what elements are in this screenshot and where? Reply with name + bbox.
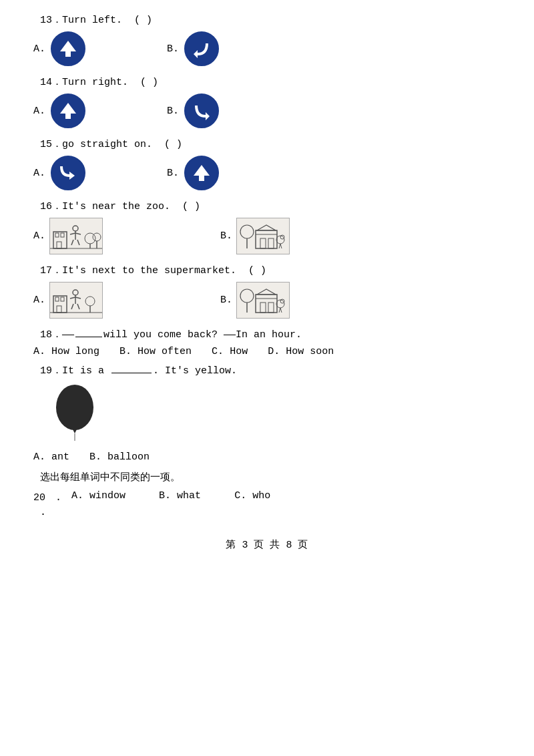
q20-option-c[interactable]: C. who <box>234 490 270 502</box>
q16-text: 16．It's near the zoo. ( ) <box>40 200 507 212</box>
arrow-back-left-icon <box>57 162 79 184</box>
q19-balloon-area <box>53 382 507 445</box>
q19-label-b: B. <box>89 451 101 463</box>
q18-blank <box>75 337 102 337</box>
q17-text: 17．It's next to the supermarket. ( ) <box>40 264 507 276</box>
svg-point-57 <box>56 385 93 430</box>
q13-label: Turn left. <box>62 15 122 26</box>
q13-option-b[interactable]: B. <box>167 31 300 66</box>
q14-text: 14．Turn right. ( ) <box>40 75 507 88</box>
q20-dot: . <box>55 492 61 504</box>
page-footer: 第 3 页 共 8 页 <box>27 538 507 551</box>
q19-option-a[interactable]: A. ant <box>33 451 69 463</box>
q16-label-a: A. <box>33 230 45 242</box>
q20-option-b[interactable]: B. what <box>159 490 201 502</box>
q18-content: ——will you come back? ——In an hour. <box>62 329 302 341</box>
question-14: 14．Turn right. ( ) A. B. <box>27 75 507 128</box>
q14-label-a: A. <box>33 106 45 117</box>
arrow-up-icon <box>57 38 79 59</box>
q19-label-a: A. <box>33 451 45 463</box>
arrow-up-icon-3 <box>191 162 212 184</box>
q20-row: 20 . A. window B. what C. who <box>33 489 507 507</box>
q18-option-d[interactable]: D. How soon <box>268 346 334 357</box>
q18-value-c: How <box>230 346 248 357</box>
q20-value-a: window <box>89 490 125 502</box>
q19-option-b[interactable]: B. balloon <box>89 451 150 463</box>
q15-sign-a <box>51 156 85 190</box>
q13-text: 13．Turn left. ( ) <box>40 13 507 26</box>
question-19: 19．It is a . It's yellow. A. ant B. ball… <box>27 364 507 463</box>
q15-label-b: B. <box>167 168 179 179</box>
q19-content: It is a . It's yellow. <box>62 365 237 377</box>
question-18: 18．——will you come back? ——In an hour. A… <box>27 328 507 357</box>
street-scene-svg <box>50 218 102 254</box>
balloon-svg <box>53 382 97 442</box>
q15-options: A. B. <box>33 156 507 190</box>
q18-options-row: A. How long B. How often C. How D. How s… <box>33 346 507 357</box>
q20-period: . <box>40 507 507 518</box>
q18-value-d: How soon <box>286 346 334 357</box>
q14-options: A. B. <box>33 93 507 128</box>
question-20: 20 . A. window B. what C. who . <box>27 489 507 518</box>
q16-option-b[interactable]: B. <box>220 218 407 254</box>
q15-label-a: A. <box>33 168 45 179</box>
q13-num: 13 <box>40 15 52 26</box>
q14-label-b: B. <box>167 106 179 117</box>
q15-option-a[interactable]: A. <box>33 156 167 190</box>
arrow-right-curve-icon <box>191 100 212 122</box>
q13-paren: ( ) <box>134 15 152 26</box>
q13-label-a: A. <box>33 43 45 55</box>
q15-label: go straight on. <box>62 139 152 150</box>
q18-option-b[interactable]: B. How often <box>119 346 192 357</box>
q18-option-c[interactable]: C. How <box>212 346 248 357</box>
q17-options: A. <box>33 282 507 319</box>
question-16: 16．It's near the zoo. ( ) A. <box>27 200 507 254</box>
q14-option-b[interactable]: B. <box>167 93 300 128</box>
q13-sign-a <box>51 31 85 66</box>
svg-marker-58 <box>73 429 77 433</box>
q18-option-a[interactable]: A. How long <box>33 346 99 357</box>
market-scene-svg <box>237 282 289 318</box>
zoo-scene-svg <box>237 218 289 254</box>
q18-label-d: D. <box>268 346 280 357</box>
q14-num: 14 <box>40 77 52 88</box>
q14-label: Turn right. <box>62 77 128 88</box>
q18-label-a: A. <box>33 346 45 357</box>
q19-value-a: ant <box>51 451 69 463</box>
q17-num: 17 <box>40 265 52 276</box>
q17-image-a <box>49 282 103 319</box>
q15-num: 15 <box>40 139 52 150</box>
question-17: 17．It's next to the supermarket. ( ) A. <box>27 264 507 319</box>
q13-sign-b <box>184 31 219 66</box>
svg-marker-0 <box>60 41 76 57</box>
footer-text: 第 3 页 共 8 页 <box>226 540 308 551</box>
q15-sign-b <box>184 156 219 190</box>
q16-options: A. <box>33 218 507 254</box>
q20-label-c: C. <box>234 490 246 502</box>
arrow-up-icon-2 <box>57 100 79 122</box>
q17-option-a[interactable]: A. <box>33 282 220 319</box>
q16-num: 16 <box>40 201 52 212</box>
q14-paren: ( ) <box>140 77 158 88</box>
q20-option-a[interactable]: A. window <box>71 490 125 502</box>
q15-paren: ( ) <box>164 139 182 150</box>
q16-label-b: B. <box>220 230 232 242</box>
q14-option-a[interactable]: A. <box>33 93 167 128</box>
q19-value-b: balloon <box>107 451 150 463</box>
arrow-left-curve-icon <box>191 38 212 59</box>
q14-sign-b <box>184 93 219 128</box>
q19-blank <box>111 373 152 373</box>
q19-num: 19 <box>40 365 52 377</box>
q18-value-a: How long <box>51 346 99 357</box>
q18-num: 18 <box>40 329 52 341</box>
q13-option-a[interactable]: A. <box>33 31 167 66</box>
q13-label-b: B. <box>167 43 179 55</box>
q13-options: A. B. <box>33 31 507 66</box>
q17-option-b[interactable]: B. <box>220 282 407 319</box>
q20-value-c: who <box>252 490 270 502</box>
q20-label-b: B. <box>159 490 171 502</box>
q17-label: It's next to the supermarket. <box>62 265 236 276</box>
q20-label-a: A. <box>71 490 83 502</box>
q15-option-b[interactable]: B. <box>167 156 300 190</box>
q16-option-a[interactable]: A. <box>33 218 220 254</box>
